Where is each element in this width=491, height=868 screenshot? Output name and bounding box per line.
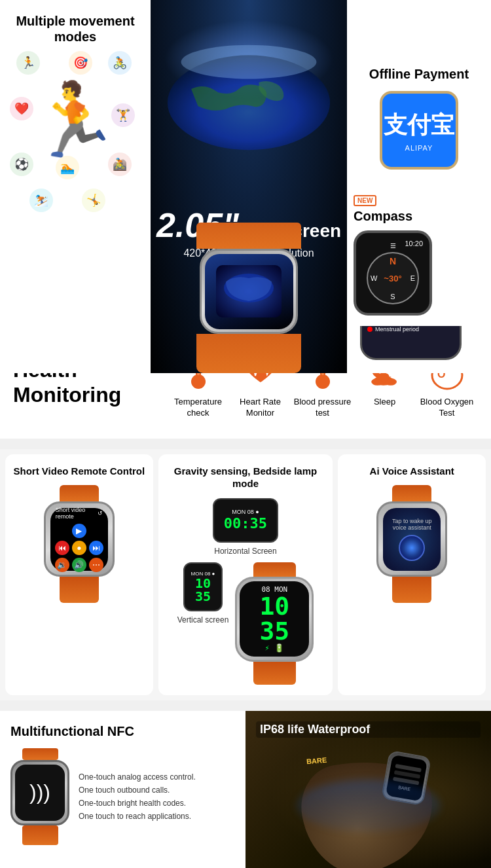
sport-icon-10: 🤸 <box>82 189 105 212</box>
compass-south: S <box>390 293 395 300</box>
gravity-card: Gravity sensing, Bedside lamp mode MON 0… <box>158 454 333 695</box>
ctrl-next[interactable]: ⏭ <box>89 541 103 555</box>
period-dot <box>367 327 373 332</box>
ctrl-center[interactable]: ● <box>72 541 86 555</box>
water-effect <box>297 780 441 832</box>
ai-watch-text: Tap to wake up voice assistant <box>388 518 435 531</box>
horiz-label: Horizontal Screen <box>213 547 278 556</box>
temperature-label: Temperature check <box>167 397 229 419</box>
bedside-band-top <box>253 562 296 577</box>
earth-svg <box>151 0 347 206</box>
sport-icon-8: 🚵 <box>108 153 132 176</box>
video-watch-case: Short video remote ↺ ▶ ⏮ ● ⏭ 🔉 🔊 ⋯ <box>44 501 115 577</box>
ai-watch: Tap to wake up voice assistant <box>376 485 447 603</box>
horiz-screen: MON 08 ● 00:35 <box>213 498 278 543</box>
sport-icon-7: 🏊 <box>56 156 79 179</box>
watch-body <box>200 249 298 334</box>
video-svr-top: Short video remote ↺ <box>56 507 103 520</box>
video-remote-watch: Short video remote ↺ ▶ ⏮ ● ⏭ 🔉 🔊 ⋯ <box>44 485 115 603</box>
video-remote-title: Short Video Remote Control <box>14 465 145 478</box>
ai-band-top <box>392 485 431 501</box>
compass-direction-label: ~30° <box>384 273 401 283</box>
bedside-watch-case: 08 MON 10 35 ⚡ 🔋 <box>235 577 314 662</box>
nfc-watch-wrap: ))) <box>10 748 69 845</box>
period-text: Menstrual period <box>375 326 419 333</box>
ctrl-play[interactable]: ▶ <box>72 524 86 538</box>
gravity-content: MON 08 ● 00:35 Horizontal Screen MON 08 … <box>177 498 314 685</box>
horiz-watch-wrap: MON 08 ● 00:35 Horizontal Screen <box>213 498 278 556</box>
alipay-symbol: 支付宝 <box>384 109 454 141</box>
band-bottom <box>196 334 301 373</box>
movement-title: Multiple movement modes <box>7 13 144 45</box>
bedside-watch: 08 MON 10 35 ⚡ 🔋 <box>235 562 314 685</box>
bedside-icons: ⚡ 🔋 <box>265 643 284 653</box>
features-section: Short Video Remote Control Short video r… <box>0 449 491 700</box>
new-badge-compass: NEW <box>354 195 376 206</box>
bedside-time2: 35 <box>259 619 289 643</box>
ai-watch-screen: Tap to wake up voice assistant <box>383 508 441 571</box>
compass-north: N <box>390 256 396 266</box>
svg-point-13 <box>316 374 330 389</box>
video-band-bottom <box>60 577 99 603</box>
movement-modes-panel: Multiple movement modes 🏃 🎯 🚴 ❤️ 🏃 🏋️ ⚽ <box>0 0 151 373</box>
compass-west: W <box>371 274 377 282</box>
nfc-card: Multifunctional NFC ))) One-touch analog… <box>0 711 245 868</box>
bare-brand: BARE <box>306 755 327 765</box>
compass-watch: 10:20 ☰ N S E W ~30° <box>354 230 432 316</box>
hand-scene: BARE BARE <box>297 740 441 868</box>
heart-rate-label: Heart Rate Monitor <box>229 397 291 419</box>
ai-voice-card: Ai Voice Assistant Tap to wake up voice … <box>338 454 486 695</box>
compass-menu-icon: ☰ <box>390 242 396 249</box>
blood-oxygen-label: Blood Oxygen Test <box>416 397 478 419</box>
watch-display-content <box>216 265 282 317</box>
nfc-features-list: One-touch analog access control. One tou… <box>79 772 196 821</box>
nfc-watch: ))) <box>10 760 69 825</box>
nfc-band-top <box>22 748 58 760</box>
blood-pressure-label: Blood pressure test <box>291 397 354 419</box>
gravity-title: Gravity sensing, Bedside lamp mode <box>165 465 327 490</box>
sport-icon-6: ⚽ <box>10 153 33 176</box>
vert-screen-wrap: MON 08 ● 1035 Vertical screen <box>177 562 229 624</box>
sport-icon-2: 🎯 <box>69 51 92 75</box>
bedside-watch-screen: 08 MON 10 35 ⚡ 🔋 <box>240 581 309 657</box>
vert-screen: MON 08 ● 1035 <box>183 562 223 611</box>
period-label: Menstrual period <box>367 326 454 333</box>
compass-east: E <box>410 274 415 282</box>
video-watch-screen: Short video remote ↺ ▶ ⏮ ● ⏭ 🔉 🔊 ⋯ <box>50 508 108 571</box>
ai-orb <box>399 535 425 561</box>
nfc-watch-inner: ))) <box>15 765 65 821</box>
watch-illustration <box>196 223 301 373</box>
bedside-time: 10 <box>259 594 289 619</box>
waterproof-hand-visual: BARE BARE <box>245 731 491 868</box>
sport-icon-3: 🚴 <box>108 51 132 75</box>
ctrl-prev[interactable]: ⏮ <box>55 541 69 555</box>
alipay-text: ALIPAY <box>405 144 433 152</box>
ai-band-bottom <box>392 577 431 603</box>
runner-figure: 🏃 <box>29 84 119 156</box>
compass-circle: N S E W ~30° <box>367 252 419 304</box>
nfc-title: Multifunctional NFC <box>10 724 235 739</box>
divider-2 <box>0 700 491 706</box>
watch-display <box>205 254 293 329</box>
hero-watch-panel: 2.05" Big Screen 420*485 Ultra HD resolu… <box>151 0 347 373</box>
sleep-label: Sleep <box>374 397 395 408</box>
svg-point-1 <box>181 45 317 79</box>
sport-icon-1: 🏃 <box>16 51 40 75</box>
bedside-watch-wrap: 08 MON 10 35 ⚡ 🔋 <box>235 562 314 685</box>
video-band-top <box>60 485 99 501</box>
ctrl-vol-up[interactable]: 🔊 <box>72 558 86 572</box>
vert-content: MON 08 ● 1035 Vertical screen 08 MON 10 <box>177 562 314 685</box>
nfc-band-bot <box>22 825 58 845</box>
ai-watch-case: Tap to wake up voice assistant <box>376 501 447 577</box>
svg-point-5 <box>191 374 206 389</box>
sport-icon-9: ⛷️ <box>29 189 53 212</box>
compass-section: NEW Compass 10:20 ☰ N S E W ~30° <box>347 183 491 326</box>
svr-controls: ▶ ⏮ ● ⏭ 🔉 🔊 ⋯ <box>55 524 103 572</box>
ctrl-vol-down[interactable]: 🔉 <box>55 558 69 572</box>
ctrl-more[interactable]: ⋯ <box>89 558 103 572</box>
ai-voice-title: Ai Voice Assistant <box>370 465 454 478</box>
compass-reading: ~30° <box>384 273 401 283</box>
svg-point-26 <box>377 372 389 381</box>
nfc-symbol: ))) <box>29 780 50 805</box>
nfc-feature-1: One touch outbound calls. <box>79 786 196 795</box>
